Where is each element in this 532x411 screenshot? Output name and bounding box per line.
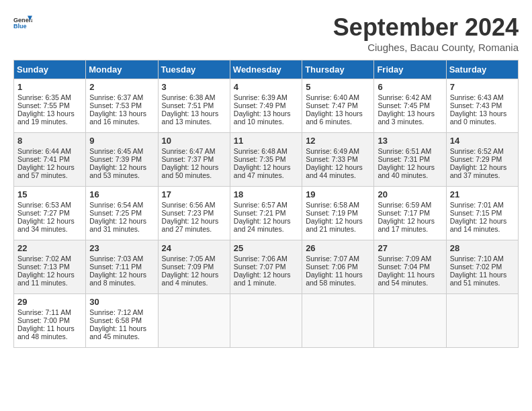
col-tuesday: Tuesday — [158, 60, 230, 79]
sunset-text: Sunset: 7:00 PM — [17, 316, 70, 324]
daylight-label: Daylight: 12 hours and 8 minutes. — [89, 271, 146, 287]
table-row: 14Sunrise: 6:52 AMSunset: 7:29 PMDayligh… — [446, 133, 518, 187]
col-monday: Monday — [86, 60, 158, 79]
day-number: 14 — [450, 136, 515, 146]
daylight-label: Daylight: 13 hours and 6 minutes. — [306, 109, 363, 126]
daylight-label: Daylight: 12 hours and 57 minutes. — [17, 163, 75, 179]
sunset-text: Sunset: 7:02 PM — [450, 263, 502, 271]
logo: General Blue — [13, 13, 32, 32]
table-row: 4Sunrise: 6:39 AMSunset: 7:49 PMDaylight… — [230, 79, 302, 133]
day-number: 2 — [89, 82, 154, 92]
sunrise-text: Sunrise: 7:11 AM — [17, 308, 71, 316]
daylight-label: Daylight: 12 hours and 53 minutes. — [89, 163, 146, 179]
sunrise-text: Sunrise: 6:47 AM — [162, 147, 216, 155]
table-row: 13Sunrise: 6:51 AMSunset: 7:31 PMDayligh… — [374, 133, 446, 187]
col-saturday: Saturday — [446, 60, 518, 79]
daylight-label: Daylight: 12 hours and 24 minutes. — [234, 217, 291, 233]
day-number: 13 — [378, 136, 442, 146]
sunset-text: Sunset: 6:58 PM — [89, 316, 142, 324]
calendar-week-row: 22Sunrise: 7:02 AMSunset: 7:13 PMDayligh… — [14, 240, 519, 294]
col-sunday: Sunday — [14, 60, 86, 79]
sunrise-text: Sunrise: 7:09 AM — [378, 255, 431, 263]
daylight-label: Daylight: 13 hours and 13 minutes. — [162, 109, 219, 126]
day-number: 4 — [234, 82, 298, 92]
sunrise-text: Sunrise: 6:42 AM — [378, 93, 431, 101]
daylight-label: Daylight: 13 hours and 3 minutes. — [378, 109, 435, 126]
table-row: 10Sunrise: 6:47 AMSunset: 7:37 PMDayligh… — [158, 133, 230, 187]
table-row: 25Sunrise: 7:06 AMSunset: 7:07 PMDayligh… — [230, 240, 302, 294]
sunset-text: Sunset: 7:11 PM — [89, 263, 142, 271]
sunset-text: Sunset: 7:17 PM — [378, 209, 430, 217]
table-row: 15Sunrise: 6:53 AMSunset: 7:27 PMDayligh… — [14, 187, 86, 240]
col-wednesday: Wednesday — [230, 60, 302, 79]
sunrise-text: Sunrise: 6:39 AM — [234, 93, 287, 101]
table-row: 5Sunrise: 6:40 AMSunset: 7:47 PMDaylight… — [302, 79, 374, 133]
day-number: 16 — [89, 189, 154, 199]
sunrise-text: Sunrise: 7:12 AM — [89, 308, 143, 316]
daylight-label: Daylight: 12 hours and 11 minutes. — [17, 271, 75, 287]
day-number: 12 — [306, 136, 370, 146]
sunrise-text: Sunrise: 6:35 AM — [17, 93, 71, 101]
month-title: September 2024 — [333, 13, 519, 42]
sunrise-text: Sunrise: 7:10 AM — [450, 255, 504, 263]
day-number: 22 — [17, 243, 82, 253]
sunrise-text: Sunrise: 6:45 AM — [89, 147, 143, 155]
sunrise-text: Sunrise: 6:38 AM — [162, 93, 216, 101]
daylight-label: Daylight: 12 hours and 27 minutes. — [162, 217, 219, 233]
day-number: 26 — [306, 243, 370, 253]
table-row: 17Sunrise: 6:56 AMSunset: 7:23 PMDayligh… — [158, 187, 230, 240]
title-block: September 2024 Ciughes, Bacau County, Ro… — [333, 13, 519, 53]
day-number: 11 — [234, 136, 298, 146]
table-row: 21Sunrise: 7:01 AMSunset: 7:15 PMDayligh… — [446, 187, 518, 240]
table-row: 3Sunrise: 6:38 AMSunset: 7:51 PMDaylight… — [158, 79, 230, 133]
sunset-text: Sunset: 7:41 PM — [17, 155, 70, 163]
day-number: 10 — [162, 136, 226, 146]
sunset-text: Sunset: 7:09 PM — [162, 263, 214, 271]
table-row: 11Sunrise: 6:48 AMSunset: 7:35 PMDayligh… — [230, 133, 302, 187]
day-number: 29 — [17, 297, 82, 307]
sunrise-text: Sunrise: 6:44 AM — [17, 147, 71, 155]
table-row: 23Sunrise: 7:03 AMSunset: 7:11 PMDayligh… — [86, 240, 158, 294]
table-row: 8Sunrise: 6:44 AMSunset: 7:41 PMDaylight… — [14, 133, 86, 187]
calendar-week-row: 1Sunrise: 6:35 AMSunset: 7:55 PMDaylight… — [14, 79, 519, 133]
daylight-label: Daylight: 11 hours and 58 minutes. — [306, 271, 363, 287]
table-row — [158, 294, 230, 348]
table-row: 27Sunrise: 7:09 AMSunset: 7:04 PMDayligh… — [374, 240, 446, 294]
sunrise-text: Sunrise: 6:59 AM — [378, 201, 431, 209]
daylight-label: Daylight: 11 hours and 48 minutes. — [17, 324, 75, 340]
sunrise-text: Sunrise: 7:07 AM — [306, 255, 359, 263]
table-row: 22Sunrise: 7:02 AMSunset: 7:13 PMDayligh… — [14, 240, 86, 294]
table-row: 1Sunrise: 6:35 AMSunset: 7:55 PMDaylight… — [14, 79, 86, 133]
table-row: 28Sunrise: 7:10 AMSunset: 7:02 PMDayligh… — [446, 240, 518, 294]
day-number: 6 — [378, 82, 442, 92]
calendar-week-row: 8Sunrise: 6:44 AMSunset: 7:41 PMDaylight… — [14, 133, 519, 187]
day-number: 3 — [162, 82, 226, 92]
page-header: General Blue September 2024 Ciughes, Bac… — [13, 13, 519, 53]
sunset-text: Sunset: 7:21 PM — [234, 209, 286, 217]
sunrise-text: Sunrise: 7:05 AM — [162, 255, 216, 263]
table-row: 16Sunrise: 6:54 AMSunset: 7:25 PMDayligh… — [86, 187, 158, 240]
sunrise-text: Sunrise: 6:37 AM — [89, 93, 143, 101]
sunset-text: Sunset: 7:45 PM — [378, 101, 430, 109]
calendar-week-row: 29Sunrise: 7:11 AMSunset: 7:00 PMDayligh… — [14, 294, 519, 348]
day-number: 8 — [17, 136, 82, 146]
daylight-label: Daylight: 12 hours and 37 minutes. — [450, 163, 507, 179]
sunrise-text: Sunrise: 7:03 AM — [89, 255, 143, 263]
day-number: 5 — [306, 82, 370, 92]
calendar-week-row: 15Sunrise: 6:53 AMSunset: 7:27 PMDayligh… — [14, 187, 519, 240]
col-thursday: Thursday — [302, 60, 374, 79]
sunrise-text: Sunrise: 6:52 AM — [450, 147, 504, 155]
sunrise-text: Sunrise: 6:57 AM — [234, 201, 287, 209]
sunrise-text: Sunrise: 7:01 AM — [450, 201, 504, 209]
daylight-label: Daylight: 12 hours and 40 minutes. — [378, 163, 435, 179]
day-number: 28 — [450, 243, 515, 253]
day-number: 23 — [89, 243, 154, 253]
day-number: 15 — [17, 189, 82, 199]
sunset-text: Sunset: 7:15 PM — [450, 209, 502, 217]
header-row: Sunday Monday Tuesday Wednesday Thursday… — [14, 60, 519, 79]
generalblue-logo-icon: General Blue — [13, 13, 32, 32]
sunrise-text: Sunrise: 7:06 AM — [234, 255, 287, 263]
daylight-label: Daylight: 12 hours and 4 minutes. — [162, 271, 219, 287]
sunset-text: Sunset: 7:51 PM — [162, 101, 214, 109]
col-friday: Friday — [374, 60, 446, 79]
